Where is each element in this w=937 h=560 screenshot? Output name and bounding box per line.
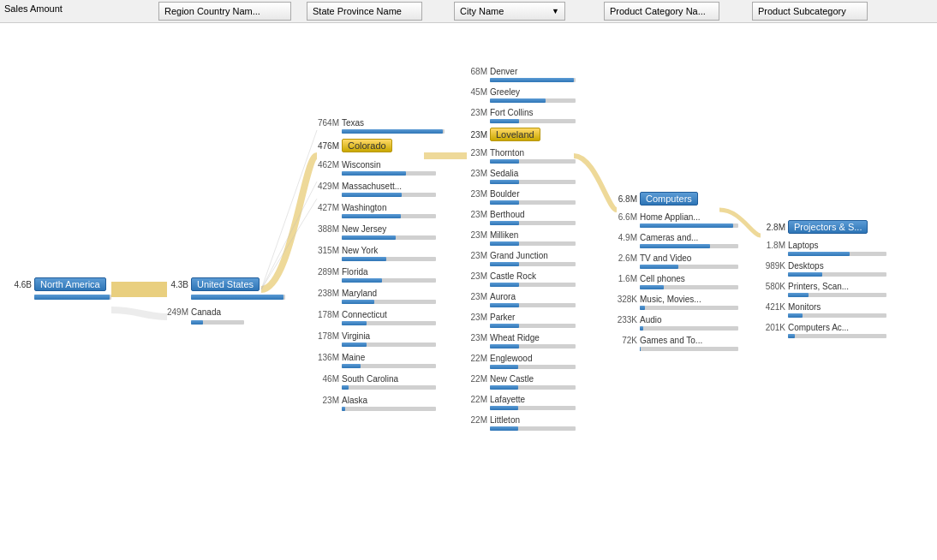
state-virginia[interactable]: 178M Virginia (310, 329, 445, 347)
cat-computers[interactable]: 6.8M Computers (608, 190, 738, 207)
na-value: 4.6B (4, 280, 32, 289)
city-aurora[interactable]: 23M Aurora (458, 289, 576, 307)
product-subcategory-header: Product Subcategory (752, 2, 868, 21)
state-newjersey[interactable]: 388M New Jersey (310, 222, 445, 240)
cat-music-movies[interactable]: 328K Music, Movies... (608, 292, 738, 310)
canada-node[interactable]: 249M Canada (161, 304, 244, 325)
us-value: 4.3B (161, 280, 188, 289)
state-washington[interactable]: 427M Washington (310, 200, 445, 218)
canada-value: 249M (161, 307, 188, 317)
city-littleton[interactable]: 22M Littleton (458, 413, 576, 431)
chart-area: 4.6B North America 4.3B United States 24… (0, 23, 937, 560)
city-lafayette[interactable]: 22M Lafayette (458, 392, 576, 410)
subcat-computers-acc[interactable]: 201K Computers Ac... (756, 320, 886, 338)
city-thornton[interactable]: 23M Thornton (458, 146, 576, 164)
city-parker[interactable]: 23M Parker (458, 310, 576, 328)
state-maryland[interactable]: 238M Maryland (310, 286, 445, 304)
city-boulder[interactable]: 23M Boulder (458, 187, 576, 205)
svg-line-1 (261, 182, 317, 289)
state-florida[interactable]: 289M Florida (310, 265, 445, 283)
state-maine[interactable]: 136M Maine (310, 350, 445, 368)
city-name-header[interactable]: City Name ▼ (454, 2, 565, 21)
cat-tv-video[interactable]: 2.6M TV and Video (608, 251, 738, 269)
cat-cameras[interactable]: 4.9M Cameras and... (608, 230, 738, 248)
city-greeley[interactable]: 45M Greeley (458, 85, 576, 103)
categories-list: 6.8M Computers 6.6M Home Applian... 4.9M… (608, 190, 738, 354)
state-connecticut[interactable]: 178M Connecticut (310, 307, 445, 325)
sales-amount-header: Sales Amount (4, 3, 63, 14)
cities-list: 68M Denver 45M Greeley 23M Fort Collins … (458, 64, 576, 433)
state-southcarolina[interactable]: 46M South Carolina (310, 372, 445, 390)
city-grandjunction[interactable]: 23M Grand Junction (458, 248, 576, 266)
subcat-printers[interactable]: 580K Printers, Scan... (756, 279, 886, 297)
city-berthoud[interactable]: 23M Berthoud (458, 207, 576, 225)
state-province-header: State Province Name (307, 2, 422, 21)
city-milliken[interactable]: 23M Milliken (458, 228, 576, 246)
states-list: 764M Texas 476M Colorado 462M Wisconsin (310, 116, 445, 414)
city-wheatridge[interactable]: 23M Wheat Ridge (458, 331, 576, 349)
state-alaska[interactable]: 23M Alaska (310, 393, 445, 411)
city-denver[interactable]: 68M Denver (458, 64, 576, 82)
state-texas[interactable]: 764M Texas (310, 116, 445, 134)
cat-cellphones[interactable]: 1.6M Cell phones (608, 271, 738, 289)
city-sedalia[interactable]: 23M Sedalia (458, 166, 576, 184)
us-label: United States (191, 277, 260, 291)
city-castlerock[interactable]: 23M Castle Rock (458, 269, 576, 287)
subcat-monitors[interactable]: 421K Monitors (756, 300, 886, 318)
product-category-header: Product Category Na... (604, 2, 719, 21)
city-loveland[interactable]: 23M Loveland (458, 126, 576, 143)
svg-line-0 (261, 130, 317, 289)
subcategories-list: 2.8M Projectors & S... 1.8M Laptops 989K… (756, 218, 886, 341)
subcat-laptops[interactable]: 1.8M Laptops (756, 238, 886, 256)
state-massachusetts[interactable]: 429M Massachusett... (310, 179, 445, 197)
city-englewood[interactable]: 22M Englewood (458, 351, 576, 369)
cat-home-appliances[interactable]: 6.6M Home Applian... (608, 210, 738, 228)
region-country-header: Region Country Nam... (158, 2, 291, 21)
state-wisconsin[interactable]: 462M Wisconsin (310, 158, 445, 176)
north-america-node[interactable]: 4.6B North America (4, 276, 111, 300)
state-colorado[interactable]: 476M Colorado (310, 137, 445, 154)
cat-games-toys[interactable]: 72K Games and To... (608, 333, 738, 351)
state-newyork[interactable]: 315M New York (310, 243, 445, 261)
canada-label: Canada (191, 307, 221, 317)
city-dropdown-arrow[interactable]: ▼ (552, 7, 559, 15)
na-label: North America (34, 277, 106, 291)
us-node[interactable]: 4.3B United States (161, 276, 285, 300)
city-newcastle[interactable]: 22M New Castle (458, 372, 576, 390)
subcat-projectors[interactable]: 2.8M Projectors & S... (756, 218, 886, 235)
city-fortcollins[interactable]: 23M Fort Collins (458, 105, 576, 123)
cat-audio[interactable]: 233K Audio (608, 313, 738, 331)
header-row: Sales Amount Region Country Nam... State… (0, 0, 937, 23)
subcat-desktops[interactable]: 989K Desktops (756, 259, 886, 277)
